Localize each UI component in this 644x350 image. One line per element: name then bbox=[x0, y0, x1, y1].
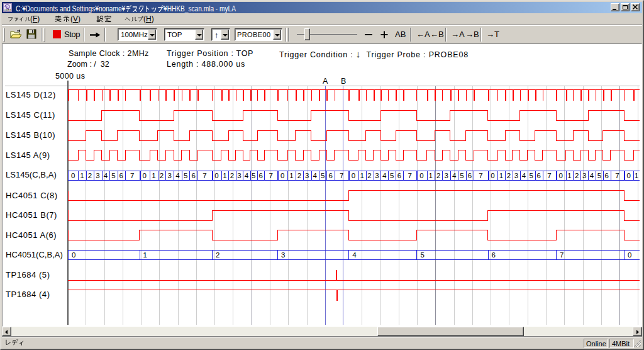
svg-text:MyLA: MyLA bbox=[4, 9, 11, 11]
